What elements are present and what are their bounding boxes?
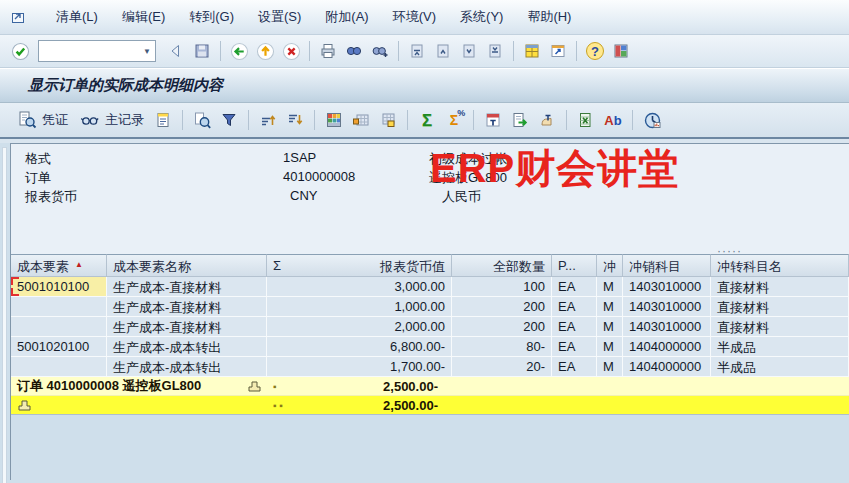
table-row[interactable]: 生产成本-直接材料 2,000.00 200 EA M 1403010000 直… bbox=[11, 317, 849, 337]
column-header-offset-account[interactable]: 冲销科目 bbox=[623, 254, 711, 277]
system-menu-icon[interactable] bbox=[10, 9, 28, 25]
search-icon[interactable] bbox=[190, 108, 214, 132]
cell-cost-element[interactable] bbox=[11, 317, 107, 337]
cell-offset-account[interactable]: 1404000000 bbox=[623, 337, 711, 357]
cell-unit[interactable]: EA bbox=[552, 337, 597, 357]
cell-cost-element[interactable] bbox=[11, 297, 107, 317]
column-grip-dots[interactable]: ····· bbox=[717, 244, 742, 258]
column-header-cost-element[interactable]: 成本要素 ▲ bbox=[11, 254, 107, 277]
cell-offset-account-name[interactable]: 直接材料 bbox=[711, 317, 849, 337]
translate-icon[interactable]: Ab bbox=[601, 108, 625, 132]
create-shortcut-icon[interactable] bbox=[546, 39, 570, 63]
cell-offset-account[interactable]: 1404000000 bbox=[623, 357, 711, 377]
find-icon[interactable] bbox=[342, 39, 366, 63]
new-session-icon[interactable] bbox=[520, 39, 544, 63]
last-page-icon[interactable] bbox=[483, 39, 507, 63]
menu-item-environment[interactable]: 环境(V) bbox=[381, 4, 448, 30]
cell-value[interactable]: 1,700.00- bbox=[267, 357, 452, 377]
table-row[interactable]: 生产成本-成本转出 1,700.00- 20- EA M 1404000000 … bbox=[11, 357, 849, 377]
find-next-icon[interactable] bbox=[368, 39, 392, 63]
menu-item-goto[interactable]: 转到(G) bbox=[177, 4, 246, 30]
cell-offset-type[interactable]: M bbox=[597, 337, 623, 357]
menu-item-list[interactable]: 清单(L) bbox=[44, 4, 110, 30]
filter-icon[interactable] bbox=[217, 108, 241, 132]
back-icon[interactable] bbox=[227, 39, 251, 63]
sum-level-icon[interactable] bbox=[247, 379, 261, 393]
sort-ascending-icon[interactable] bbox=[256, 108, 280, 132]
next-page-icon[interactable] bbox=[457, 39, 481, 63]
print-icon[interactable] bbox=[316, 39, 340, 63]
cell-quantity[interactable]: 200 bbox=[452, 297, 552, 317]
excel-icon[interactable] bbox=[574, 108, 598, 132]
menu-item-settings[interactable]: 设置(S) bbox=[246, 4, 313, 30]
cell-offset-account-name[interactable]: 半成品 bbox=[711, 357, 849, 377]
alv-grid-icon[interactable] bbox=[322, 108, 346, 132]
table-row[interactable]: 5001010100 生产成本-直接材料 3,000.00 100 EA M 1… bbox=[11, 277, 849, 297]
menu-item-extras[interactable]: 附加(A) bbox=[313, 4, 380, 30]
cell-cost-element[interactable]: 5001010100 bbox=[11, 277, 107, 297]
previous-page-icon[interactable] bbox=[431, 39, 455, 63]
sum-level-icon[interactable] bbox=[17, 398, 31, 412]
help-icon[interactable]: ? bbox=[583, 39, 607, 63]
cell-offset-account-name[interactable]: 直接材料 bbox=[711, 277, 849, 297]
cell-offset-account-name[interactable]: 直接材料 bbox=[711, 297, 849, 317]
column-header-cost-element-name[interactable]: 成本要素名称 bbox=[107, 254, 267, 277]
cell-offset-account[interactable]: 1403010000 bbox=[623, 297, 711, 317]
back-triangle-icon[interactable] bbox=[164, 39, 188, 63]
subtotal-icon[interactable]: Σ% bbox=[442, 108, 466, 132]
column-header-unit[interactable]: P... bbox=[552, 254, 597, 277]
word-processing-icon[interactable] bbox=[535, 108, 559, 132]
subtotal-row[interactable]: 订单 4010000008 遥控板GL800 ▪ 2,500.00- bbox=[11, 377, 849, 396]
grid-detail-icon[interactable] bbox=[376, 108, 400, 132]
info-graphic-icon[interactable] bbox=[640, 108, 664, 132]
cell-offset-type[interactable]: M bbox=[597, 357, 623, 377]
cell-value[interactable]: 6,800.00- bbox=[267, 337, 452, 357]
cell-offset-type[interactable]: M bbox=[597, 297, 623, 317]
cell-value[interactable]: 3,000.00 bbox=[267, 277, 452, 297]
cell-quantity[interactable]: 20- bbox=[452, 357, 552, 377]
sum-icon[interactable]: Σ bbox=[415, 108, 439, 132]
cell-cost-element-name[interactable]: 生产成本-直接材料 bbox=[107, 277, 267, 297]
detail-icon[interactable] bbox=[151, 108, 175, 132]
cell-cost-element-name[interactable]: 生产成本-成本转出 bbox=[107, 337, 267, 357]
menu-item-help[interactable]: 帮助(H) bbox=[515, 4, 583, 30]
master-record-button[interactable]: 主记录 bbox=[75, 107, 148, 133]
cell-unit[interactable]: EA bbox=[552, 317, 597, 337]
document-button[interactable]: 凭证 bbox=[12, 107, 72, 133]
save-icon[interactable] bbox=[190, 39, 214, 63]
cell-cost-element[interactable]: 5001020100 bbox=[11, 337, 107, 357]
cell-cost-element-name[interactable]: 生产成本-直接材料 bbox=[107, 297, 267, 317]
enter-button[interactable] bbox=[8, 39, 32, 63]
cancel-icon[interactable] bbox=[279, 39, 303, 63]
cell-cost-element-name[interactable]: 生产成本-成本转出 bbox=[107, 357, 267, 377]
customize-layout-icon[interactable] bbox=[609, 39, 633, 63]
cell-quantity[interactable]: 100 bbox=[452, 277, 552, 297]
command-dropdown-icon[interactable]: ▼ bbox=[139, 47, 155, 56]
column-header-report-currency-value[interactable]: Σ 报表货币值 bbox=[267, 254, 452, 277]
cell-unit[interactable]: EA bbox=[552, 297, 597, 317]
menu-item-edit[interactable]: 编辑(E) bbox=[110, 4, 177, 30]
column-header-offset-type[interactable]: 冲 bbox=[597, 254, 623, 277]
column-settings-icon[interactable] bbox=[481, 108, 505, 132]
exit-icon[interactable] bbox=[253, 39, 277, 63]
cell-offset-account[interactable]: 1403010000 bbox=[623, 277, 711, 297]
menu-item-system[interactable]: 系统(Y) bbox=[448, 4, 515, 30]
cell-value[interactable]: 2,000.00 bbox=[267, 317, 452, 337]
table-row[interactable]: 5001020100 生产成本-成本转出 6,800.00- 80- EA M … bbox=[11, 337, 849, 357]
sort-descending-icon[interactable] bbox=[283, 108, 307, 132]
first-page-icon[interactable] bbox=[405, 39, 429, 63]
grand-total-row[interactable]: ▪ ▪ 2,500.00- bbox=[11, 396, 849, 415]
command-field[interactable] bbox=[39, 42, 139, 60]
grid-insert-column-icon[interactable] bbox=[349, 108, 373, 132]
cell-value[interactable]: 1,000.00 bbox=[267, 297, 452, 317]
cell-offset-account[interactable]: 1403010000 bbox=[623, 317, 711, 337]
table-row[interactable]: 生产成本-直接材料 1,000.00 200 EA M 1403010000 直… bbox=[11, 297, 849, 317]
cell-quantity[interactable]: 80- bbox=[452, 337, 552, 357]
cell-cost-element[interactable] bbox=[11, 357, 107, 377]
column-header-total-quantity[interactable]: 全部数量 bbox=[452, 254, 552, 277]
cell-cost-element-name[interactable]: 生产成本-直接材料 bbox=[107, 317, 267, 337]
cell-unit[interactable]: EA bbox=[552, 277, 597, 297]
cell-unit[interactable]: EA bbox=[552, 357, 597, 377]
cell-offset-type[interactable]: M bbox=[597, 317, 623, 337]
cell-offset-type[interactable]: M bbox=[597, 277, 623, 297]
